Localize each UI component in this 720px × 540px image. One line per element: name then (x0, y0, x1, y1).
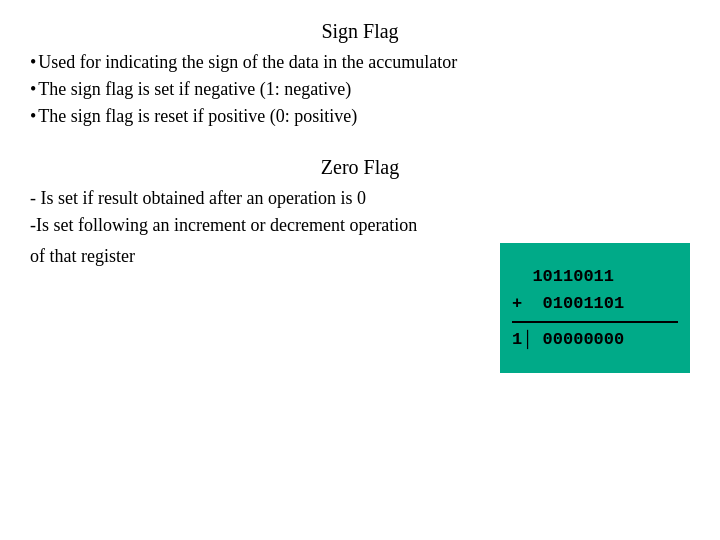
bullet-dot-2: • (30, 76, 36, 103)
box-separator (512, 321, 678, 323)
bullet-text-2: The sign flag is set if negative (1: neg… (38, 76, 351, 103)
bullet-text-1: Used for indicating the sign of the data… (38, 49, 457, 76)
binary-addition-box: 10110011 + 01001101 1│ 00000000 (500, 243, 690, 373)
bullet-line-1: • Used for indicating the sign of the da… (30, 49, 690, 76)
box-row-2: + 01001101 (512, 290, 624, 317)
bullet-line-2: • The sign flag is set if negative (1: n… (30, 76, 690, 103)
sign-flag-bullets: • Used for indicating the sign of the da… (30, 49, 690, 130)
zero-flag-line2: -Is set following an increment or decrem… (30, 212, 690, 239)
bottom-section: of that register 10110011 + 01001101 1│ … (30, 243, 690, 373)
box-row-3-text: 1│ 00000000 (512, 326, 624, 353)
zero-flag-line1: - Is set if result obtained after an ope… (30, 185, 690, 212)
box-row-3: 1│ 00000000 (512, 326, 624, 353)
sign-flag-title: Sign Flag (30, 20, 690, 43)
bullet-dot-3: • (30, 103, 36, 130)
bullet-text-3: The sign flag is reset if positive (0: p… (38, 103, 357, 130)
zero-flag-line3-text: of that register (30, 243, 490, 270)
zero-flag-text-2: -Is set following an increment or decrem… (30, 212, 417, 239)
box-row-2-text: + 01001101 (512, 290, 624, 317)
box-row-1-text: 10110011 (512, 263, 614, 290)
bullet-dot-1: • (30, 49, 36, 76)
section-spacer (30, 134, 690, 156)
bullet-line-3: • The sign flag is reset if positive (0:… (30, 103, 690, 130)
main-content: Sign Flag • Used for indicating the sign… (0, 0, 720, 540)
zero-flag-text-3: of that register (30, 246, 135, 266)
zero-flag-title: Zero Flag (30, 156, 690, 179)
zero-flag-text-1: - Is set if result obtained after an ope… (30, 185, 366, 212)
box-row-1: 10110011 (512, 263, 614, 290)
